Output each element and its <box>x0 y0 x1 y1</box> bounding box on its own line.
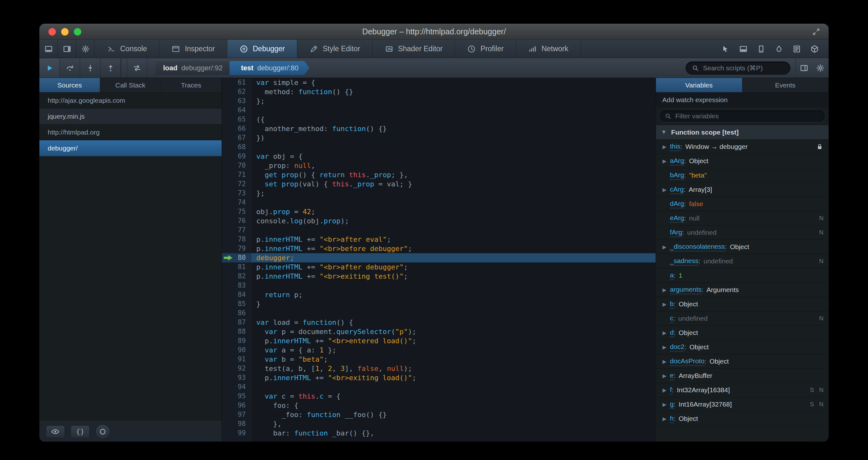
expand-arrow-icon[interactable]: ▶ <box>659 344 670 350</box>
line-number[interactable]: 69 <box>222 152 251 161</box>
code-text[interactable] <box>251 198 656 207</box>
code-text[interactable]: var b = "beta"; <box>251 355 656 364</box>
tab-style-editor[interactable]: Style Editor <box>297 40 373 58</box>
line-number[interactable]: 63 <box>222 96 251 106</box>
tab-call-stack[interactable]: Call Stack <box>100 78 161 92</box>
title-bar[interactable]: Debugger – http://htmlpad.org/debugger/ <box>39 24 829 40</box>
code-text[interactable]: p.innerHTML += "<br>after debugger"; <box>251 262 656 272</box>
line-number[interactable]: 66 <box>222 124 251 133</box>
variable-row--sadness[interactable]: _sadness:undefinedN <box>656 254 829 268</box>
tab-network[interactable]: Network <box>516 40 581 58</box>
line-number[interactable]: 91 <box>222 355 251 364</box>
line-number[interactable]: 68 <box>222 143 251 152</box>
step-in-button[interactable] <box>80 58 100 78</box>
variable-row-a[interactable]: a:1 <box>656 268 829 283</box>
code-text[interactable] <box>251 382 656 392</box>
code-text[interactable]: var a = { a: 1 }; <box>251 345 656 355</box>
line-number[interactable]: 87 <box>222 318 251 327</box>
code-text[interactable]: return p; <box>251 290 656 299</box>
code-text[interactable]: }) <box>251 133 656 143</box>
step-out-button[interactable] <box>100 58 121 78</box>
code-text[interactable]: var obj = { <box>251 152 656 161</box>
source-group-http-ajax-googleapis-com[interactable]: http://ajax.googleapis.com <box>39 92 222 109</box>
expand-arrow-icon[interactable]: ▶ <box>659 301 670 307</box>
variable-row-carg[interactable]: ▶cArg:Array[3] <box>656 182 829 197</box>
line-number[interactable]: 76 <box>222 216 251 226</box>
expand-arrow-icon[interactable]: ▶ <box>659 144 670 150</box>
variable-row-arguments[interactable]: ▶arguments:Arguments <box>656 283 829 297</box>
debugger-options-button[interactable] <box>812 58 829 78</box>
pause-on-exceptions-button[interactable] <box>95 424 110 439</box>
line-number[interactable]: 93 <box>222 373 251 382</box>
tab-shader-editor[interactable]: Shader Editor <box>373 40 455 58</box>
variable-row-b[interactable]: ▶b:Object <box>656 297 829 311</box>
line-number[interactable]: 65 <box>222 115 251 124</box>
code-text[interactable]: ({ <box>251 115 656 124</box>
expand-arrow-icon[interactable]: ▶ <box>659 387 670 393</box>
line-number[interactable]: 95 <box>222 392 251 401</box>
line-number[interactable]: 74 <box>222 198 251 207</box>
variable-row-c[interactable]: c:undefinedN <box>656 311 829 326</box>
tab-traces[interactable]: Traces <box>161 78 222 92</box>
line-number[interactable]: 71 <box>222 170 251 179</box>
line-number[interactable]: 81 <box>222 262 251 272</box>
code-text[interactable]: var c = this.c = { <box>251 392 656 401</box>
line-number[interactable]: 86 <box>222 309 251 318</box>
tab-console[interactable]: Console <box>95 40 159 58</box>
zoom-button[interactable] <box>74 28 82 36</box>
line-number[interactable]: 78 <box>222 235 251 244</box>
code-text[interactable]: _prop: null, <box>251 161 656 170</box>
variable-row-darg[interactable]: dArg:false <box>656 197 829 211</box>
expand-arrow-icon[interactable]: ▶ <box>659 401 670 407</box>
expand-arrow-icon[interactable]: ▶ <box>659 358 670 365</box>
split-console-button[interactable] <box>739 45 748 53</box>
variable-row-aarg[interactable]: ▶aArg:Object <box>656 154 829 168</box>
expand-arrow-icon[interactable]: ▶ <box>659 373 670 379</box>
code-text[interactable]: bar: function _bar() {}, <box>251 429 656 438</box>
filter-variables-input[interactable] <box>675 112 820 120</box>
tab-debugger[interactable]: Debugger <box>227 40 297 58</box>
line-number[interactable]: 62 <box>222 87 251 96</box>
responsive-design-button[interactable] <box>757 45 766 53</box>
pretty-print-button[interactable]: {} <box>70 425 90 438</box>
code-text[interactable]: p.innerHTML += "<br>exiting load()"; <box>251 373 656 382</box>
script-search-input[interactable] <box>703 64 789 72</box>
code-text[interactable] <box>251 106 656 115</box>
variable-row-e[interactable]: ▶e:ArrayBuffer <box>656 369 829 383</box>
minimize-button[interactable] <box>61 28 69 36</box>
variable-row-f[interactable]: ▶f:Int32Array[16384]SN <box>656 383 829 397</box>
source-item-jquery-min-js[interactable]: jquery.min.js <box>39 109 222 124</box>
code-text[interactable]: var load = function() { <box>251 318 656 327</box>
line-number[interactable]: 94 <box>222 382 251 392</box>
tab-inspector[interactable]: Inspector <box>159 40 227 58</box>
line-number[interactable]: 77 <box>222 226 251 235</box>
line-number[interactable]: 88 <box>222 327 251 336</box>
line-number[interactable]: 61 <box>222 78 251 87</box>
code-text[interactable]: obj.prop = 42; <box>251 207 656 216</box>
expand-arrow-icon[interactable]: ▶ <box>659 416 670 422</box>
code-text[interactable]: debugger; <box>251 253 656 262</box>
line-number[interactable]: 67 <box>222 133 251 143</box>
code-text[interactable]: var p = document.querySelector("p"); <box>251 327 656 336</box>
tracer-button[interactable] <box>127 58 147 78</box>
line-number[interactable]: 96 <box>222 401 251 410</box>
code-text[interactable]: }; <box>251 96 656 106</box>
code-text[interactable]: test(a, b, [1, 2, 3], false, null); <box>251 364 656 373</box>
variable-row-farg[interactable]: fArg:undefinedN <box>656 226 829 240</box>
code-text[interactable]: p.innerHTML += "<br>before debugger"; <box>251 244 656 253</box>
line-number[interactable]: 89 <box>222 336 251 345</box>
code-text[interactable]: method: function() {} <box>251 87 656 96</box>
code-text[interactable]: console.log(obj.prop); <box>251 216 656 226</box>
scope-header[interactable]: ▼ Function scope [test] <box>656 125 829 140</box>
variable-row-g[interactable]: ▶g:Int16Array[32768]SN <box>656 397 829 412</box>
panel-toggle-button[interactable] <box>796 58 812 78</box>
line-number[interactable]: 73 <box>222 189 251 198</box>
code-text[interactable]: p.innerHTML += "<br>exiting test()"; <box>251 272 656 281</box>
code-text[interactable]: p.innerHTML += "<br>entered load()"; <box>251 336 656 345</box>
resume-button[interactable] <box>39 58 60 78</box>
code-text[interactable]: foo: { <box>251 401 656 410</box>
line-number[interactable]: 80 <box>222 253 251 262</box>
variable-row-docasproto[interactable]: ▶docAsProto:Object <box>656 354 829 369</box>
line-number[interactable]: 79 <box>222 244 251 253</box>
expand-arrow-icon[interactable]: ▶ <box>659 244 670 250</box>
